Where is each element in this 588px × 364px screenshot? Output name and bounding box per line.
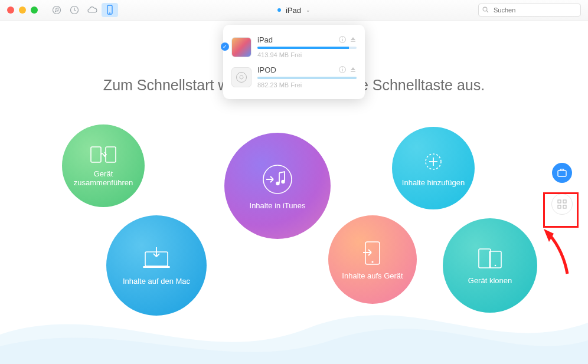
itunes-library-icon[interactable] <box>48 3 65 17</box>
annotation-arrow-icon <box>541 228 570 275</box>
window-controls <box>7 6 38 14</box>
device-thumbnail-icon <box>231 67 251 87</box>
eject-icon[interactable] <box>349 66 357 74</box>
svg-rect-21 <box>143 266 170 268</box>
search-field[interactable] <box>478 4 581 17</box>
clone-icon <box>476 247 504 271</box>
device-row-ipod[interactable]: IPOD 882.23 MB Frei <box>223 62 365 92</box>
search-input[interactable] <box>492 6 577 14</box>
svg-rect-17 <box>351 71 355 71</box>
svg-rect-10 <box>342 37 342 38</box>
merge-icon <box>90 145 116 165</box>
content-to-itunes-button[interactable]: Inhalte in iTunes <box>224 133 331 239</box>
content-to-device-button[interactable]: Inhalte aufs Gerät <box>328 215 417 304</box>
selected-check-icon: ✓ <box>221 42 229 51</box>
close-window-button[interactable] <box>7 6 14 14</box>
device-name: iPad <box>257 35 273 44</box>
bubble-label: Inhalte hinzufügen <box>402 178 465 187</box>
storage-free-text: 413.94 MB Frei <box>257 51 357 58</box>
svg-point-6 <box>483 7 487 11</box>
svg-rect-15 <box>342 69 342 71</box>
info-icon[interactable] <box>339 66 346 74</box>
search-icon <box>482 6 489 14</box>
to-itunes-icon <box>260 162 295 196</box>
minimize-window-button[interactable] <box>19 6 26 14</box>
svg-rect-16 <box>342 67 342 68</box>
add-content-button[interactable]: Inhalte hinzufügen <box>392 127 475 209</box>
bubble-label: Inhalte aufs Gerät <box>342 271 403 280</box>
zoom-window-button[interactable] <box>31 6 38 14</box>
svg-point-2 <box>57 10 58 11</box>
eject-icon[interactable] <box>349 36 357 44</box>
svg-line-7 <box>486 11 488 12</box>
info-icon[interactable] <box>339 36 346 44</box>
svg-point-0 <box>53 6 61 14</box>
device-icon[interactable] <box>102 3 118 17</box>
storage-free-text: 882.23 MB Frei <box>257 81 357 88</box>
to-device-icon <box>362 240 383 267</box>
svg-rect-30 <box>479 249 491 268</box>
svg-point-26 <box>371 261 373 263</box>
window-titlebar: iPad ⌄ <box>0 0 588 21</box>
svg-point-5 <box>109 12 110 14</box>
device-name: IPOD <box>257 65 276 74</box>
current-device-label: iPad <box>286 6 301 15</box>
briefcase-icon <box>557 169 567 177</box>
chevron-down-icon: ⌄ <box>306 7 311 13</box>
storage-bar <box>257 77 357 79</box>
backup-icon[interactable] <box>66 3 83 17</box>
icloud-icon[interactable] <box>84 3 100 17</box>
svg-rect-18 <box>91 147 101 162</box>
merge-devices-button[interactable]: Gerät zusammenführen <box>62 124 145 207</box>
bubble-label: Gerät klonen <box>468 276 512 285</box>
svg-point-1 <box>55 11 56 12</box>
svg-point-23 <box>276 181 279 185</box>
bubble-label: Inhalte auf den Mac <box>123 277 190 286</box>
background-wave <box>0 293 588 364</box>
svg-point-32 <box>495 264 496 266</box>
bubble-label: Inhalte in iTunes <box>250 201 306 210</box>
svg-point-13 <box>240 76 243 79</box>
svg-rect-19 <box>106 147 116 162</box>
current-device-selector[interactable]: iPad ⌄ <box>277 6 311 15</box>
annotation-highlight <box>543 192 579 228</box>
svg-rect-11 <box>351 41 355 41</box>
svg-rect-33 <box>558 170 566 176</box>
storage-bar <box>257 47 357 49</box>
device-dropdown: ✓ iPad 413.94 MB Frei IPOD <box>223 25 365 99</box>
briefcase-view-button[interactable] <box>552 163 572 183</box>
device-row-ipad[interactable]: ✓ iPad 413.94 MB Frei <box>223 32 365 62</box>
bubble-label: zusammenführen <box>74 178 133 187</box>
svg-point-24 <box>281 179 285 183</box>
source-switcher <box>48 0 118 20</box>
svg-rect-9 <box>342 39 342 41</box>
status-dot-icon <box>277 8 281 12</box>
bubble-label: Gerät <box>94 169 113 178</box>
device-thumbnail-icon <box>231 37 251 57</box>
svg-rect-25 <box>365 242 380 264</box>
add-icon <box>422 150 445 173</box>
svg-point-12 <box>237 72 247 82</box>
to-mac-icon <box>142 246 171 272</box>
